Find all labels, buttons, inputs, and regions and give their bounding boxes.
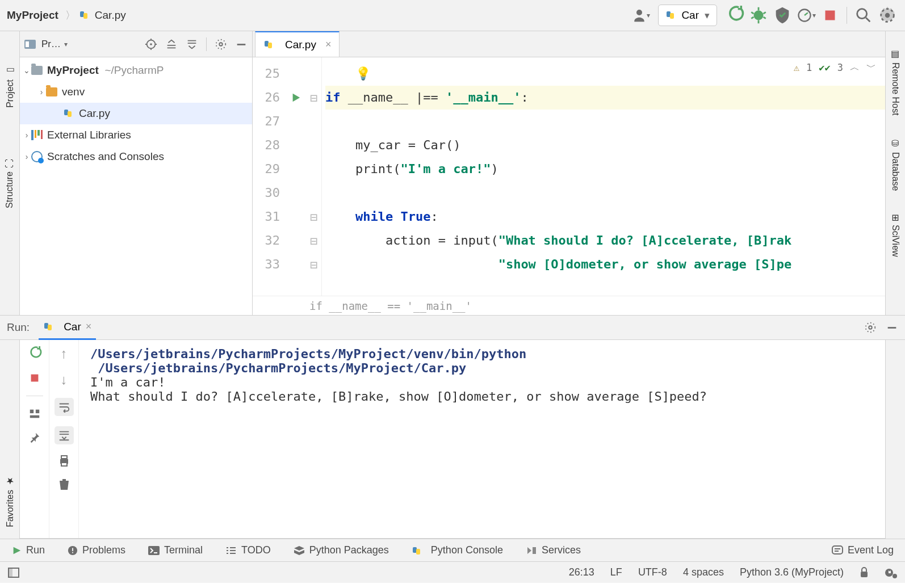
python-console-tool-button[interactable]: Python Console <box>412 544 503 556</box>
pin-button[interactable] <box>28 431 41 444</box>
svg-rect-2 <box>826 11 835 20</box>
debug-button[interactable] <box>749 6 768 25</box>
project-tool-window: Pr…▾ ⌄ MyProject ~/PycharmP › venv <box>20 31 253 315</box>
ide-status-icon[interactable] <box>885 567 897 578</box>
hide-tool-button[interactable] <box>235 38 248 51</box>
chevron-right-icon[interactable]: › <box>22 131 31 140</box>
line-number-gutter[interactable]: 252627282930313233 <box>253 57 286 296</box>
terminal-tool-button[interactable]: Terminal <box>148 544 203 556</box>
project-view-selector[interactable]: Pr…▾ <box>41 39 68 50</box>
code-lines[interactable]: 💡if __name__ |== '__main__': my_car = Ca… <box>322 57 885 296</box>
editor-tabs: Car.py × <box>253 31 885 57</box>
close-tab-button[interactable]: × <box>325 39 332 51</box>
search-everywhere-button[interactable] <box>854 6 873 25</box>
up-button[interactable]: ↑ <box>61 346 68 362</box>
stop-button[interactable] <box>28 372 41 384</box>
user-icon[interactable]: ▾ <box>631 6 650 25</box>
status-bar: 26:13 LF UTF-8 4 spaces Python 3.6 (MyPr… <box>0 561 905 583</box>
tree-label: Scratches and Consoles <box>47 150 164 163</box>
stop-button[interactable] <box>820 6 840 25</box>
line-separator[interactable]: LF <box>610 566 622 578</box>
breadcrumb-file[interactable]: Car.py <box>95 9 126 22</box>
file-encoding[interactable]: UTF-8 <box>638 566 667 578</box>
sciview-icon: ⊞ <box>890 214 901 221</box>
fold-gutter[interactable]: ⊟⊟⊟⊟ <box>306 57 322 296</box>
chevron-right-icon[interactable]: › <box>22 152 31 161</box>
left-tool-rail: Project ▭ Structure ⛶ <box>0 31 20 315</box>
coverage-button[interactable] <box>773 6 792 25</box>
tree-item-venv[interactable]: › venv <box>20 81 252 103</box>
tree-item-car-py[interactable]: Car.py <box>20 103 252 124</box>
python-file-icon <box>79 10 90 21</box>
svg-point-11 <box>216 39 226 49</box>
remote-host-tool-button[interactable]: ▤ Remote Host <box>890 48 901 115</box>
project-tree[interactable]: ⌄ MyProject ~/PycharmP › venv Car.py › E… <box>20 57 252 167</box>
services-tool-button[interactable]: Services <box>526 544 581 556</box>
readonly-toggle[interactable] <box>860 567 869 578</box>
problems-tool-button[interactable]: Problems <box>68 544 125 556</box>
profile-button[interactable]: ▾ <box>797 6 816 25</box>
tree-root[interactable]: ⌄ MyProject ~/PycharmP <box>20 60 252 81</box>
build-button[interactable] <box>725 6 744 25</box>
settings-button[interactable] <box>878 6 897 25</box>
clear-button[interactable] <box>58 477 70 491</box>
run-configuration-selector[interactable]: Car ▾ <box>658 5 717 26</box>
cursor-position[interactable]: 26:13 <box>569 566 594 578</box>
svg-point-14 <box>866 323 875 333</box>
locate-file-button[interactable] <box>145 38 157 51</box>
interpreter[interactable]: Python 3.6 (MyProject) <box>740 566 844 578</box>
database-tool-button[interactable]: ⛁ Database <box>890 138 901 191</box>
svg-point-32 <box>893 574 897 578</box>
tool-settings-button[interactable] <box>215 38 227 51</box>
run-config-name: Car <box>681 9 699 22</box>
close-run-tab-button[interactable]: × <box>86 321 92 333</box>
editor-tab-car-py[interactable]: Car.py × <box>255 31 340 57</box>
sciview-tool-button[interactable]: ⊞ SciView <box>890 214 901 257</box>
event-log-tool-button[interactable]: Event Log <box>832 544 894 556</box>
chevron-right-icon[interactable]: › <box>37 87 46 96</box>
rerun-button[interactable] <box>27 346 42 360</box>
layout-button[interactable] <box>28 408 41 420</box>
database-icon: ⛁ <box>890 138 901 149</box>
hide-run-button[interactable] <box>886 321 898 334</box>
structure-tool-button[interactable]: Structure ⛶ <box>5 159 15 208</box>
collapse-all-button[interactable] <box>186 38 198 51</box>
down-button[interactable]: ↓ <box>61 372 68 388</box>
packages-tool-button[interactable]: Python Packages <box>294 544 389 556</box>
run-gutter[interactable] <box>286 57 306 296</box>
editor-breadcrumb[interactable]: if __name__ == '__main__' <box>253 296 885 315</box>
tree-item-external-libraries[interactable]: › External Libraries <box>20 124 252 146</box>
svg-rect-17 <box>30 410 33 413</box>
run-tool-header: Run: Car × <box>0 315 905 340</box>
folder-icon <box>46 87 57 96</box>
run-toolbar-secondary: ↑ ↓ <box>49 340 79 538</box>
tree-item-scratches[interactable]: › Scratches and Consoles <box>20 146 252 167</box>
svg-rect-12 <box>237 44 246 45</box>
indent-settings[interactable]: 4 spaces <box>683 566 724 578</box>
folder-icon: ▭ <box>5 65 15 76</box>
star-icon: ★ <box>5 476 15 486</box>
code-area[interactable]: ⚠1 ✔✔3 ︿ ﹀ 252627282930313233 ⊟⊟⊟⊟ 💡if _… <box>253 57 885 296</box>
tree-label: External Libraries <box>47 129 131 141</box>
soft-wrap-button[interactable] <box>55 398 74 416</box>
project-tool-button[interactable]: Project ▭ <box>5 65 15 108</box>
run-tab-car[interactable]: Car × <box>39 315 96 340</box>
breadcrumb-project[interactable]: MyProject <box>7 9 58 22</box>
run-tool-button[interactable]: Run <box>11 544 45 556</box>
project-view-icon <box>24 40 36 49</box>
run-settings-button[interactable] <box>864 321 877 334</box>
right-tool-rail: ▤ Remote Host ⛁ Database ⊞ SciView <box>885 31 905 315</box>
run-console[interactable]: /Users/jetbrains/PycharmProjects/MyProje… <box>79 340 885 538</box>
todo-tool-button[interactable]: TODO <box>225 544 271 556</box>
scroll-to-end-button[interactable] <box>55 426 74 444</box>
favorites-tool-button[interactable]: Favorites ★ <box>5 476 15 527</box>
run-toolbar-primary <box>20 340 49 538</box>
right-rail-bottom <box>885 340 905 539</box>
svg-rect-7 <box>26 41 29 47</box>
chevron-down-icon[interactable]: ⌄ <box>22 66 31 75</box>
quick-list-button[interactable] <box>8 568 19 578</box>
tree-root-path: ~/PycharmP <box>104 64 164 77</box>
expand-all-button[interactable] <box>165 38 178 51</box>
print-button[interactable] <box>57 455 71 467</box>
python-icon <box>43 321 55 333</box>
